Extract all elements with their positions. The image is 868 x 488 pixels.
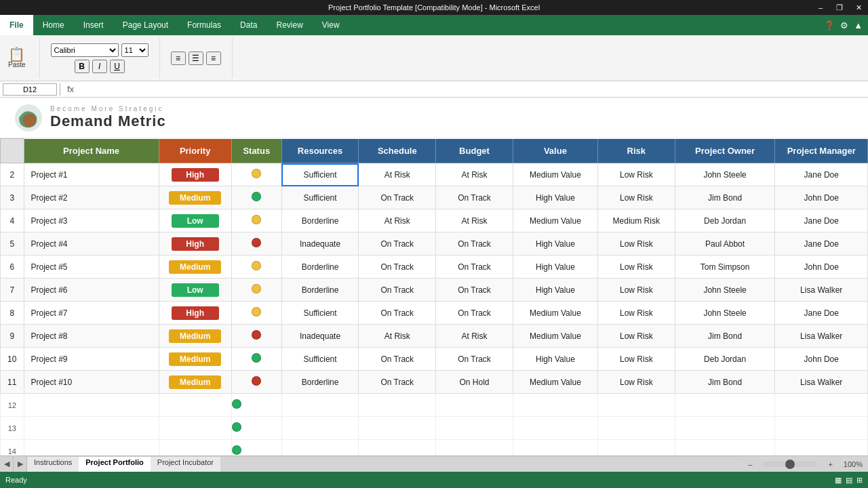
- zoom-in-icon[interactable]: +: [828, 460, 832, 468]
- cell-value[interactable]: High Value: [513, 256, 597, 279]
- cell-value[interactable]: High Value: [513, 279, 597, 302]
- sheet-tab-project-incubator[interactable]: Project Incubator: [151, 456, 220, 472]
- cell-value[interactable]: Medium Value: [513, 302, 597, 325]
- window-controls[interactable]: – ❐ ✕: [811, 0, 868, 15]
- cell-resources[interactable]: Borderline: [281, 279, 359, 302]
- zoom-out-icon[interactable]: –: [748, 460, 752, 468]
- tab-formulas[interactable]: Formulas: [178, 15, 231, 35]
- cell-project-name[interactable]: Project #8: [24, 325, 159, 348]
- tab-home[interactable]: Home: [33, 15, 74, 35]
- cell-budget[interactable]: On Track: [436, 256, 513, 279]
- cell-risk[interactable]: Medium Risk: [597, 209, 675, 232]
- cell-owner[interactable]: Paul Abbot: [675, 232, 775, 256]
- cell-schedule[interactable]: At Risk: [359, 209, 436, 232]
- tab-data[interactable]: Data: [231, 15, 267, 35]
- cell-project-name[interactable]: Project #10: [24, 371, 159, 394]
- tab-file[interactable]: File: [0, 15, 33, 35]
- cell-status[interactable]: [231, 209, 281, 232]
- table-row[interactable]: 5Project #4HighInadequateOn TrackOn Trac…: [1, 232, 868, 256]
- cell-manager[interactable]: Jane Doe: [775, 163, 868, 186]
- align-left-button[interactable]: ≡: [171, 52, 186, 65]
- empty-cell[interactable]: [775, 417, 868, 440]
- cell-priority[interactable]: Low: [159, 279, 231, 302]
- cell-resources[interactable]: Borderline: [281, 371, 359, 394]
- empty-cell[interactable]: [436, 394, 513, 417]
- close-button[interactable]: ✕: [849, 0, 868, 15]
- cell-priority[interactable]: Medium: [159, 186, 231, 209]
- sheet-tab-prev[interactable]: ◀: [0, 456, 14, 472]
- formula-input[interactable]: [81, 85, 865, 94]
- cell-project-name[interactable]: Project #4: [24, 232, 159, 256]
- cell-status[interactable]: [231, 232, 281, 256]
- tab-review[interactable]: Review: [267, 15, 312, 35]
- cell-owner[interactable]: Deb Jordan: [675, 209, 775, 232]
- cell-owner[interactable]: Deb Jordan: [675, 348, 775, 371]
- table-row[interactable]: 9Project #8MediumInadequateAt RiskAt Ris…: [1, 325, 868, 348]
- cell-value[interactable]: High Value: [513, 232, 597, 256]
- cell-budget[interactable]: On Track: [436, 279, 513, 302]
- table-row[interactable]: 2Project #1HighSufficientAt RiskAt RiskM…: [1, 163, 868, 186]
- cell-project-name[interactable]: Project #5: [24, 256, 159, 279]
- empty-cell[interactable]: [359, 394, 436, 417]
- cell-status[interactable]: [231, 371, 281, 394]
- cell-value[interactable]: Medium Value: [513, 371, 597, 394]
- cell-status[interactable]: [231, 256, 281, 279]
- cell-schedule[interactable]: On Track: [359, 186, 436, 209]
- cell-risk[interactable]: Low Risk: [597, 371, 675, 394]
- cell-value[interactable]: High Value: [513, 348, 597, 371]
- paste-button[interactable]: 📋 Paste: [5, 46, 28, 70]
- cell-resources[interactable]: Inadequate: [281, 232, 359, 256]
- cell-value[interactable]: Medium Value: [513, 163, 597, 186]
- cell-budget[interactable]: At Risk: [436, 325, 513, 348]
- view-layout-icon[interactable]: ▤: [846, 476, 852, 485]
- font-size-select[interactable]: 11: [121, 43, 149, 57]
- empty-cell[interactable]: [436, 417, 513, 440]
- cell-status[interactable]: [231, 302, 281, 325]
- cell-resources[interactable]: Sufficient: [281, 348, 359, 371]
- cell-manager[interactable]: Lisa Walker: [775, 325, 868, 348]
- cell-budget[interactable]: On Hold: [436, 371, 513, 394]
- cell-schedule[interactable]: On Track: [359, 348, 436, 371]
- cell-budget[interactable]: On Track: [436, 232, 513, 256]
- empty-cell[interactable]: [24, 417, 159, 440]
- empty-cell[interactable]: [159, 417, 231, 440]
- table-row[interactable]: 4Project #3LowBorderlineAt RiskAt RiskMe…: [1, 209, 868, 232]
- cell-priority[interactable]: High: [159, 163, 231, 186]
- cell-schedule[interactable]: On Track: [359, 256, 436, 279]
- cell-manager[interactable]: Lisa Walker: [775, 279, 868, 302]
- cell-priority[interactable]: Medium: [159, 256, 231, 279]
- tab-insert[interactable]: Insert: [74, 15, 113, 35]
- align-right-button[interactable]: ≡: [206, 52, 221, 65]
- empty-cell[interactable]: [281, 417, 359, 440]
- cell-manager[interactable]: John Doe: [775, 256, 868, 279]
- zoom-slider[interactable]: [763, 462, 817, 467]
- cell-owner[interactable]: John Steele: [675, 302, 775, 325]
- cell-schedule[interactable]: On Track: [359, 279, 436, 302]
- empty-cell[interactable]: [597, 417, 675, 440]
- cell-resources[interactable]: Sufficient: [281, 186, 359, 209]
- cell-status[interactable]: [231, 279, 281, 302]
- minimize-button[interactable]: –: [811, 0, 830, 15]
- cell-owner[interactable]: Jim Bond: [675, 371, 775, 394]
- name-box[interactable]: [3, 83, 57, 96]
- cell-risk[interactable]: Low Risk: [597, 186, 675, 209]
- cell-manager[interactable]: Jane Doe: [775, 302, 868, 325]
- cell-schedule[interactable]: On Track: [359, 232, 436, 256]
- cell-schedule[interactable]: At Risk: [359, 325, 436, 348]
- cell-manager[interactable]: Jane Doe: [775, 209, 868, 232]
- cell-value[interactable]: Medium Value: [513, 209, 597, 232]
- cell-status[interactable]: [231, 417, 281, 440]
- cell-value[interactable]: High Value: [513, 186, 597, 209]
- table-row[interactable]: 11Project #10MediumBorderlineOn TrackOn …: [1, 371, 868, 394]
- bold-button[interactable]: B: [75, 60, 90, 73]
- cell-project-name[interactable]: Project #6: [24, 279, 159, 302]
- cell-priority[interactable]: Medium: [159, 371, 231, 394]
- sheet-tab-project-portfolio[interactable]: Project Portfolio: [79, 456, 151, 472]
- cell-project-name[interactable]: Project #2: [24, 186, 159, 209]
- cell-project-name[interactable]: Project #3: [24, 209, 159, 232]
- cell-status[interactable]: [231, 325, 281, 348]
- table-row[interactable]: 10Project #9MediumSufficientOn TrackOn T…: [1, 348, 868, 371]
- cell-priority[interactable]: High: [159, 232, 231, 256]
- cell-owner[interactable]: John Steele: [675, 163, 775, 186]
- cell-priority[interactable]: High: [159, 302, 231, 325]
